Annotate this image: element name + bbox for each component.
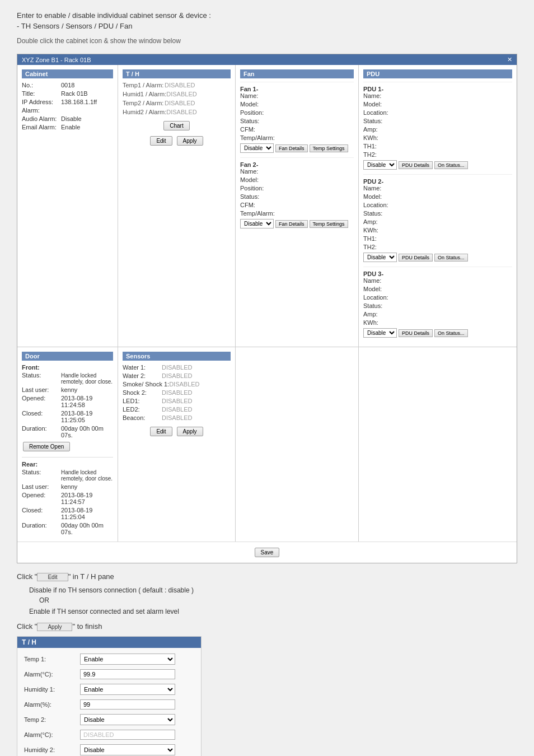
front-label: Front: bbox=[22, 364, 113, 371]
fan-title: Fan bbox=[240, 69, 354, 78]
th-humid1-label: Humidity 1: bbox=[24, 686, 80, 693]
door-section: Door Front: Status: Handle locked remote… bbox=[17, 347, 118, 542]
intro-line2: - TH Sensors / Sensors / PDU / Fan bbox=[17, 22, 517, 30]
th-temp1-row: Temp 1: Enable Disable bbox=[24, 654, 194, 665]
audio-alarm-label: Audio Alarm: bbox=[22, 115, 61, 122]
click-edit-text: Click "Edit" in T / H pane bbox=[17, 572, 517, 581]
rear-closed: 2013-08-19 11:25:04 bbox=[61, 507, 113, 520]
th-alarm-c2-row: Alarm(°C): bbox=[24, 730, 194, 740]
th-edit-button[interactable]: Edit bbox=[150, 136, 172, 146]
window-title: XYZ Zone B1 - Rack 01B bbox=[22, 57, 91, 63]
water2-value: DISABLED bbox=[162, 372, 192, 379]
th-temp1-select[interactable]: Enable Disable bbox=[80, 654, 175, 665]
pdu3-disable-select[interactable]: Disable bbox=[363, 328, 397, 338]
door-rear: Rear: Status: Handle locked remotely, do… bbox=[22, 457, 113, 535]
led2-value: DISABLED bbox=[162, 406, 192, 413]
th-alarm-c2-input[interactable] bbox=[80, 730, 175, 740]
fan2-details-button[interactable]: Fan Details bbox=[275, 220, 308, 228]
pdu-section: PDU PDU 1- Name: Model: Location: Status… bbox=[359, 65, 517, 347]
pdu2-on-status-button[interactable]: On Status... bbox=[434, 254, 468, 262]
pdu2-details-button[interactable]: PDU Details bbox=[399, 254, 433, 262]
pdu2-disable-select[interactable]: Disable bbox=[363, 253, 397, 262]
th-alarm-pct1-input[interactable] bbox=[80, 699, 175, 710]
th-humid2-label: Humidity 2: bbox=[24, 746, 80, 753]
main-window: XYZ Zone B1 - Rack 01B ✕ Cabinet No.: 00… bbox=[17, 54, 517, 563]
front-opened: 2013-08-19 11:24:58 bbox=[61, 395, 113, 408]
fan2-disable-select[interactable]: Disable bbox=[240, 219, 274, 228]
th-temp1-label: Temp 1: bbox=[24, 656, 80, 662]
th-alarm-pct1-row: Alarm(%): bbox=[24, 699, 194, 710]
rear-duration: 00day 00h 00m 07s. bbox=[61, 522, 113, 535]
th-alarm-c1-input[interactable] bbox=[80, 669, 175, 679]
cabinet-section: Cabinet No.: 0018 Title: Rack 01B IP Add… bbox=[17, 65, 118, 347]
intro-line3: Double click the cabinet icon & show the… bbox=[17, 37, 517, 45]
sensors-edit-button[interactable]: Edit bbox=[150, 427, 172, 436]
ip-label: IP Address: bbox=[22, 99, 61, 105]
fan1-temp-settings-button[interactable]: Temp Settings bbox=[310, 144, 348, 152]
email-alarm-label: Email Alarm: bbox=[22, 124, 61, 130]
fan2-temp-settings-button[interactable]: Temp Settings bbox=[310, 220, 348, 228]
pdu3-on-status-button[interactable]: On Status... bbox=[434, 329, 468, 337]
th-chart-button[interactable]: Chart bbox=[163, 121, 189, 130]
fan1-disable-select[interactable]: Disable bbox=[240, 143, 274, 153]
no-value: 0018 bbox=[61, 82, 74, 88]
edit-inline-btn: Edit bbox=[37, 573, 68, 581]
th-alarm-pct1-label: Alarm(%): bbox=[24, 701, 80, 708]
save-row: Save bbox=[17, 542, 517, 563]
sensors-title: Sensors bbox=[123, 352, 231, 361]
door-front: Front: Status: Handle locked remotely, d… bbox=[22, 364, 113, 452]
humid1-label: Humid1 / Alarm: bbox=[123, 91, 166, 97]
beacon-value: DISABLED bbox=[162, 414, 192, 421]
th-temp2-row: Temp 2: Disable Enable bbox=[24, 714, 194, 725]
sensors-section: Sensors Water 1: DISABLED Water 2: DISAB… bbox=[118, 347, 236, 542]
intro-line1: Enter to enable / disable individual cab… bbox=[17, 11, 517, 20]
smoke1-value: DISABLED bbox=[169, 381, 199, 388]
temp1-label: Temp1 / Alarm: bbox=[123, 82, 165, 88]
ip-value: 138.168.1.1ff bbox=[61, 99, 97, 105]
apply-inline-btn: Apply bbox=[37, 623, 72, 631]
click-apply-text: Click "Apply" to finish bbox=[17, 622, 517, 631]
front-status-value: Handle locked remotely, door close. bbox=[61, 372, 113, 385]
rear-label: Rear: bbox=[22, 461, 113, 468]
front-last-user: kenny bbox=[61, 386, 77, 393]
th-alarm-c2-label: Alarm(°C): bbox=[24, 731, 80, 738]
pdu1-item: PDU 1- Name: Model: Location: Status: Am… bbox=[363, 82, 512, 170]
th-alarm-c1-row: Alarm(°C): bbox=[24, 669, 194, 679]
remote-open-button[interactable]: Remote Open bbox=[23, 442, 70, 451]
fan1-details-button[interactable]: Fan Details bbox=[275, 144, 308, 152]
window-close-icon[interactable]: ✕ bbox=[507, 56, 512, 63]
fan1-item: Fan 1- Name: Model: Position: Status: CF… bbox=[240, 82, 354, 153]
audio-alarm-value: Disable bbox=[61, 115, 82, 122]
disable-info-text: Disable if no TH sensors connection ( de… bbox=[29, 586, 517, 594]
th-apply-button[interactable]: Apply bbox=[177, 136, 203, 146]
title-value: Rack 01B bbox=[61, 90, 88, 97]
pdu3-details-button[interactable]: PDU Details bbox=[399, 329, 433, 337]
door-title: Door bbox=[22, 352, 113, 361]
or-text: OR bbox=[39, 596, 517, 604]
pdu1-disable-select[interactable]: Disable bbox=[363, 160, 397, 170]
pdu3-item: PDU 3- Name: Model: Location: Status: Am… bbox=[363, 267, 512, 338]
th-humid2-row: Humidity 2: Disable Enable bbox=[24, 744, 194, 755]
enable-info-text: Enable if TH sensor connected and set al… bbox=[29, 608, 517, 615]
sensors-apply-button[interactable]: Apply bbox=[177, 427, 203, 436]
cabinet-title: Cabinet bbox=[22, 69, 113, 78]
front-duration: 00day 00h 00m 07s. bbox=[61, 425, 113, 438]
th-humid2-select[interactable]: Disable Enable bbox=[80, 744, 175, 755]
fan-section: Fan Fan 1- Name: Model: Position: Status… bbox=[236, 65, 359, 347]
intro-section: Enter to enable / disable individual cab… bbox=[17, 11, 517, 45]
humid2-label: Humid2 / Alarm: bbox=[123, 109, 166, 115]
no-label: No.: bbox=[22, 82, 61, 88]
fan1-label: Fan 1- bbox=[240, 86, 354, 92]
save-button[interactable]: Save bbox=[255, 548, 280, 557]
led1-value: DISABLED bbox=[162, 398, 192, 404]
th-panel-title: T / H bbox=[17, 637, 201, 648]
th-temp2-select[interactable]: Disable Enable bbox=[80, 714, 175, 725]
th-section: T / H Temp1 / Alarm: DISABLED Humid1 / A… bbox=[118, 65, 236, 347]
pdu2-label: PDU 2- bbox=[363, 178, 512, 185]
temp2-label: Temp2 / Alarm: bbox=[123, 100, 165, 106]
pdu1-details-button[interactable]: PDU Details bbox=[399, 161, 433, 169]
th-humid1-select[interactable]: Enable Disable bbox=[80, 684, 175, 695]
front-closed: 2013-08-19 11:25:05 bbox=[61, 410, 113, 423]
pdu1-on-status-button[interactable]: On Status... bbox=[434, 161, 468, 169]
shock2-value: DISABLED bbox=[162, 389, 192, 396]
